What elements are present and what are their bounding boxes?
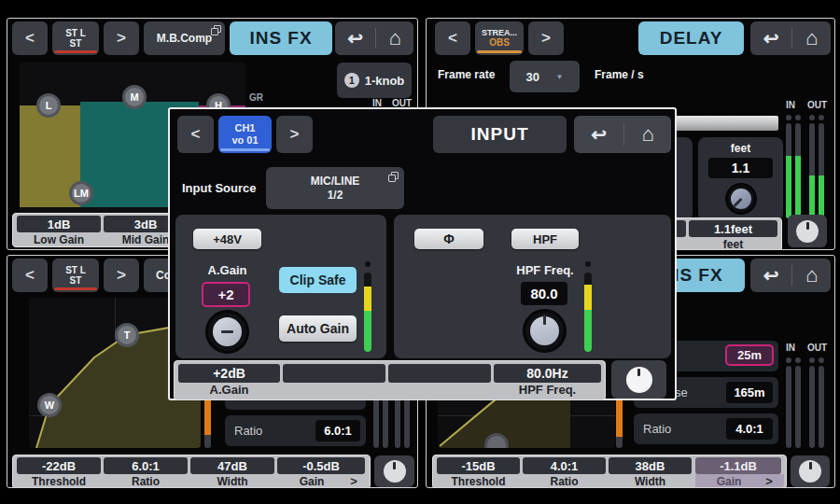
- param-footer: +2dB A.Gain 80.0Hz HPF Freq.: [174, 360, 606, 400]
- page-title-delay[interactable]: DELAY: [638, 21, 744, 55]
- prev-channel-button[interactable]: <: [177, 116, 214, 153]
- input-level-meter: [584, 273, 592, 352]
- meter-dot: [786, 115, 791, 120]
- channel-color-underline: [220, 148, 270, 151]
- phase-button[interactable]: Φ: [414, 229, 483, 249]
- one-knob-icon: 1: [344, 73, 359, 88]
- footer-page-chevron[interactable]: >: [762, 475, 777, 487]
- touch-and-turn-knob-button[interactable]: [374, 455, 414, 487]
- footer-value[interactable]: 80.0Hz: [494, 364, 601, 383]
- auto-gain-button[interactable]: Auto Gain: [279, 315, 357, 342]
- hpf-button[interactable]: HPF: [511, 229, 579, 249]
- feet-value[interactable]: 1.1: [708, 158, 773, 178]
- threshold-handle[interactable]: T: [115, 323, 139, 347]
- footer-page-chevron[interactable]: >: [346, 475, 361, 487]
- channel-select-button[interactable]: CH1 vo 01: [218, 116, 272, 153]
- low-mid-cross-handle[interactable]: LM: [69, 181, 93, 205]
- hpf-freq-knob[interactable]: [524, 310, 566, 352]
- home-icon[interactable]: ⌂: [805, 28, 818, 49]
- param-footer: -15dB Threshold 4.0:1 Ratio 38dB Width -…: [432, 455, 787, 488]
- mid-band-handle[interactable]: M: [122, 85, 147, 109]
- next-channel-button[interactable]: >: [528, 21, 564, 55]
- frame-rate-select[interactable]: 30 ▼: [510, 61, 580, 92]
- footer-value[interactable]: [388, 364, 491, 383]
- footer-label: Ratio: [523, 475, 606, 487]
- back-home-group: ↩ ⌂: [750, 21, 831, 55]
- param-row-ratio[interactable]: Ratio 6.0:1: [225, 415, 366, 446]
- low-band-handle[interactable]: L: [36, 93, 61, 118]
- footer-value[interactable]: 4.0:1: [523, 457, 606, 474]
- touch-and-turn-knob-button[interactable]: [611, 360, 666, 399]
- footer-value[interactable]: 6.0:1: [104, 457, 188, 474]
- param-value[interactable]: 6.0:1: [315, 420, 360, 441]
- footer-value-selected[interactable]: -1.1dB: [695, 457, 781, 474]
- next-icon: >: [117, 29, 126, 48]
- fx-name-button[interactable]: M.B.Comp: [144, 21, 225, 55]
- again-label: A.Gain: [193, 263, 261, 277]
- param-footer: -22dB Threshold 6.0:1 Ratio 47dB Width -…: [12, 455, 371, 488]
- gr-meter-label: GR: [249, 92, 263, 103]
- footer-value[interactable]: 1.1feet: [689, 220, 777, 237]
- footer-label: feet: [689, 238, 777, 250]
- feet-knob[interactable]: [726, 184, 756, 214]
- in-meter-l: [373, 393, 379, 448]
- in-meter-label: IN: [786, 100, 795, 110]
- input-source-button[interactable]: MIC/LINE 1/2: [266, 167, 404, 209]
- meter-dot: [819, 115, 824, 120]
- meter-dot: [585, 261, 591, 267]
- param-row-ratio[interactable]: Ratio 4.0:1: [634, 413, 778, 444]
- footer-value[interactable]: 47dB: [190, 457, 274, 474]
- footer-label: A.Gain: [178, 384, 280, 396]
- footer-label: Threshold: [17, 475, 101, 487]
- param-value-selected[interactable]: 25m: [725, 344, 774, 366]
- phase-hpf-card: Φ HPF HPF Freq. 80.0: [394, 215, 671, 358]
- out-meter-r: [819, 123, 824, 218]
- back-icon[interactable]: ↩: [591, 125, 607, 144]
- param-value[interactable]: 4.0:1: [726, 418, 773, 440]
- again-knob[interactable]: [206, 311, 248, 353]
- footer-value[interactable]: -15dB: [437, 457, 520, 474]
- back-icon[interactable]: ↩: [763, 29, 779, 48]
- out-meter-l: [395, 393, 400, 448]
- param-value[interactable]: 165m: [726, 382, 773, 403]
- meter-dot: [786, 357, 791, 363]
- out-meter-r: [819, 366, 824, 448]
- next-channel-button[interactable]: >: [104, 21, 139, 55]
- page-title-ins-fx[interactable]: INS FX: [230, 21, 332, 55]
- prev-channel-button[interactable]: <: [435, 21, 470, 55]
- clip-safe-button[interactable]: Clip Safe: [279, 267, 357, 293]
- one-knob-button[interactable]: 1 1-knob: [337, 63, 412, 98]
- next-channel-button[interactable]: >: [104, 259, 139, 292]
- touch-and-turn-knob-button[interactable]: [788, 215, 827, 247]
- meter-dot: [809, 357, 815, 363]
- touch-and-turn-knob-button[interactable]: [791, 455, 830, 487]
- back-icon[interactable]: ↩: [347, 29, 363, 48]
- home-icon[interactable]: ⌂: [805, 265, 818, 286]
- width-handle[interactable]: W: [37, 393, 62, 417]
- footer-value[interactable]: -22dB: [17, 457, 101, 474]
- channel-select-button[interactable]: STREA... OBS: [475, 21, 524, 55]
- phantom-48v-button[interactable]: +48V: [193, 229, 261, 249]
- knob-icon: [626, 367, 652, 393]
- hpf-freq-value[interactable]: 80.0: [521, 282, 567, 305]
- delay-feet-card: feet 1.1: [698, 137, 783, 221]
- footer-value[interactable]: +2dB: [178, 364, 280, 383]
- prev-channel-button[interactable]: <: [12, 21, 48, 55]
- in-meter-l: [786, 366, 791, 448]
- footer-value[interactable]: -0.5dB: [277, 457, 365, 474]
- back-icon[interactable]: ↩: [763, 266, 779, 285]
- out-meter-label: OUT: [807, 343, 827, 353]
- footer-value[interactable]: [283, 364, 385, 383]
- again-value[interactable]: +2: [202, 282, 250, 307]
- channel-select-button[interactable]: ST L ST: [52, 259, 99, 292]
- footer-value[interactable]: 1dB: [17, 216, 101, 232]
- prev-channel-button[interactable]: <: [12, 259, 48, 292]
- knob-icon: [384, 460, 406, 483]
- copy-icon: [388, 172, 399, 182]
- channel-select-button[interactable]: ST L ST: [52, 21, 99, 55]
- home-icon[interactable]: ⌂: [388, 28, 400, 49]
- back-home-group: ↩ ⌂: [750, 259, 831, 292]
- home-icon[interactable]: ⌂: [641, 124, 653, 145]
- footer-value[interactable]: 38dB: [609, 457, 692, 474]
- next-channel-button[interactable]: >: [276, 116, 313, 153]
